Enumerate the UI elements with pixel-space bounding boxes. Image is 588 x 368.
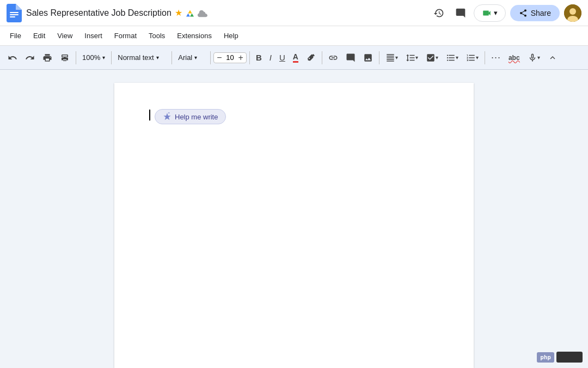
bullet-list-button[interactable]: ▾ bbox=[443, 51, 462, 65]
comments-button[interactable] bbox=[452, 4, 469, 22]
underline-button[interactable]: U bbox=[276, 51, 289, 64]
title-text-group: Sales Representative Job Description ★ bbox=[26, 8, 207, 18]
menu-file[interactable]: File bbox=[4, 29, 27, 42]
comment-button[interactable] bbox=[342, 51, 359, 65]
font-dropdown[interactable]: Arial ▾ bbox=[175, 51, 207, 64]
doc-area: Help me write bbox=[0, 70, 588, 368]
toolbar: 100% ▾ Normal text ▾ Arial ▾ − + B I U A bbox=[0, 46, 588, 70]
share-label: Share bbox=[531, 9, 551, 17]
font-size-decrease[interactable]: − bbox=[216, 53, 223, 62]
numbered-list-button[interactable]: ▾ bbox=[463, 51, 482, 65]
text-cursor bbox=[149, 110, 150, 120]
doc-title[interactable]: Sales Representative Job Description bbox=[26, 8, 171, 18]
print-button[interactable] bbox=[39, 51, 56, 65]
menu-format[interactable]: Format bbox=[109, 29, 142, 42]
font-chevron: ▾ bbox=[194, 55, 197, 61]
voice-button[interactable]: ▾ bbox=[524, 51, 543, 65]
php-logo: php bbox=[537, 352, 554, 363]
highlight-button[interactable] bbox=[303, 51, 319, 65]
doc-page: Help me write bbox=[114, 83, 474, 368]
menu-help[interactable]: Help bbox=[218, 29, 244, 42]
divider-3 bbox=[171, 51, 172, 64]
menu-view[interactable]: View bbox=[52, 29, 78, 42]
docs-icon bbox=[7, 4, 22, 22]
spellcheck-button[interactable]: abc bbox=[505, 52, 523, 64]
bold-button[interactable]: B bbox=[253, 51, 265, 64]
divider-5 bbox=[249, 51, 250, 64]
svg-rect-1 bbox=[10, 14, 19, 15]
font-size-group: − + bbox=[213, 52, 247, 63]
font-size-input[interactable] bbox=[223, 53, 237, 62]
cursor-line: Help me write bbox=[149, 109, 439, 124]
meet-button[interactable]: ▾ bbox=[474, 4, 506, 22]
cloud-icon[interactable] bbox=[198, 8, 207, 17]
svg-point-4 bbox=[569, 8, 576, 15]
redo-button[interactable] bbox=[22, 51, 38, 65]
svg-rect-2 bbox=[10, 16, 15, 17]
checklist-button[interactable]: ▾ bbox=[422, 51, 442, 65]
more-button[interactable]: ··· bbox=[488, 50, 504, 65]
font-size-increase[interactable]: + bbox=[237, 53, 244, 62]
help-me-write-button[interactable]: Help me write bbox=[155, 109, 226, 124]
title-bar: Sales Representative Job Description ★ bbox=[0, 0, 588, 26]
style-chevron: ▾ bbox=[156, 55, 159, 61]
zoom-chevron: ▾ bbox=[102, 55, 105, 61]
php-badge: php bbox=[537, 352, 583, 363]
paint-format-button[interactable] bbox=[57, 51, 73, 65]
divider-8 bbox=[485, 51, 485, 64]
dark-badge bbox=[556, 352, 583, 363]
menu-tools[interactable]: Tools bbox=[143, 29, 170, 42]
font-label: Arial bbox=[178, 53, 192, 62]
collapse-toolbar-button[interactable] bbox=[544, 51, 561, 65]
svg-rect-0 bbox=[10, 12, 19, 13]
divider-2 bbox=[111, 51, 112, 64]
font-color-button[interactable]: A bbox=[290, 50, 302, 65]
history-button[interactable] bbox=[430, 4, 448, 22]
style-dropdown[interactable]: Normal text ▾ bbox=[114, 51, 169, 64]
title-left: Sales Representative Job Description ★ bbox=[7, 4, 207, 22]
align-button[interactable]: ▾ bbox=[382, 51, 401, 65]
italic-button[interactable]: I bbox=[266, 51, 275, 64]
menu-edit[interactable]: Edit bbox=[28, 29, 51, 42]
style-label: Normal text bbox=[118, 53, 154, 62]
sparkle-icon bbox=[163, 112, 171, 121]
zoom-dropdown[interactable]: 100% ▾ bbox=[79, 51, 108, 64]
help-me-write-label: Help me write bbox=[175, 113, 218, 121]
undo-button[interactable] bbox=[4, 51, 21, 65]
meet-label: ▾ bbox=[494, 9, 498, 17]
divider-7 bbox=[379, 51, 379, 64]
star-icon[interactable]: ★ bbox=[175, 8, 182, 18]
share-button[interactable]: Share bbox=[510, 5, 560, 21]
image-button[interactable] bbox=[360, 51, 376, 65]
divider-4 bbox=[210, 51, 211, 64]
menu-bar: File Edit View Insert Format Tools Exten… bbox=[0, 26, 588, 46]
avatar[interactable] bbox=[564, 4, 581, 22]
zoom-label: 100% bbox=[82, 53, 100, 62]
divider-6 bbox=[322, 51, 322, 64]
menu-insert[interactable]: Insert bbox=[79, 29, 108, 42]
divider-1 bbox=[76, 51, 76, 64]
drive-icon[interactable] bbox=[186, 8, 194, 17]
title-right: ▾ Share bbox=[430, 4, 581, 22]
line-spacing-button[interactable]: ▾ bbox=[402, 51, 421, 65]
menu-extensions[interactable]: Extensions bbox=[171, 29, 217, 42]
link-button[interactable] bbox=[325, 51, 341, 65]
